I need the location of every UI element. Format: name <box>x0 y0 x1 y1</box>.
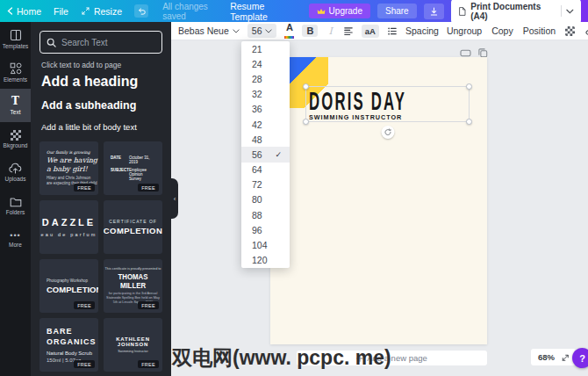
share-label: Share <box>385 6 409 16</box>
template-thumb-baby[interactable]: Our family is growing We are having a ba… <box>39 141 98 195</box>
thumb-text: Employee Opinion Survey <box>129 168 155 181</box>
font-size-option[interactable]: 96 <box>241 222 290 237</box>
text-align-button[interactable] <box>343 26 354 36</box>
templates-icon <box>10 29 22 41</box>
divider <box>561 5 562 17</box>
sidebar-item-uploads[interactable]: Uploads <box>0 155 31 189</box>
font-size-option[interactable]: 36 <box>241 102 290 117</box>
ungroup-button[interactable]: Ungroup <box>447 25 482 36</box>
thumb-text: October 31, 2019 <box>129 155 155 164</box>
uppercase-label: aA <box>365 26 376 36</box>
option-label: 64 <box>252 164 262 175</box>
sidebar-item-folders[interactable]: Folders <box>0 189 31 222</box>
thumb-text: eau de parfum <box>40 232 97 237</box>
sidebar-item-text[interactable]: T Text <box>0 89 31 122</box>
add-subheading-button[interactable]: Add a subheading <box>41 99 161 112</box>
align-left-icon <box>343 26 354 36</box>
font-size-option-selected[interactable]: 56✓ <box>241 147 290 162</box>
sidebar-item-label: More <box>9 242 22 248</box>
font-size-option[interactable]: 42 <box>241 117 290 132</box>
zoom-level: 68% <box>538 352 555 362</box>
font-size-option[interactable]: 104 <box>241 237 290 252</box>
resize-handle-bottom-right[interactable] <box>466 119 472 125</box>
share-button[interactable]: Share <box>377 4 417 18</box>
selected-text-element[interactable]: DORIS DAY SWIMMING INSTRUCTOR <box>305 86 470 122</box>
sidebar-item-label: Bkground <box>4 142 28 148</box>
list-button[interactable] <box>387 26 398 36</box>
download-button[interactable] <box>424 4 444 19</box>
search-box[interactable] <box>39 31 162 54</box>
template-thumb-completion[interactable]: Photography Workshop COMPLETION FREE <box>39 259 98 313</box>
sidebar-item-label: Folders <box>6 209 25 215</box>
resize-handle-bottom-left[interactable] <box>303 119 309 125</box>
sidebar-item-more[interactable]: ••• More <box>0 222 31 256</box>
font-size-option[interactable]: 32 <box>241 87 290 102</box>
print-button[interactable]: Print Documents (A4) <box>451 0 581 24</box>
font-size-select[interactable]: 56 <box>247 24 277 38</box>
font-size-option[interactable]: 64 <box>241 163 290 177</box>
bold-button[interactable]: B <box>302 25 318 37</box>
help-button[interactable]: ? <box>572 348 588 368</box>
template-thumb-kathleen[interactable]: KATHLEEN JOHNSON Swimming Instructor FRE… <box>104 318 162 372</box>
template-thumb-thomas[interactable]: This certificate is proudly presented to… <box>104 259 162 313</box>
font-family-select[interactable]: Bebas Neue <box>178 25 240 36</box>
search-icon <box>47 38 56 47</box>
font-size-option[interactable]: 24 <box>241 56 290 71</box>
font-size-option[interactable]: 72 <box>241 177 290 192</box>
template-thumb-dazzle[interactable]: DAZZLE eau de parfum <box>39 200 98 254</box>
transparency-button[interactable] <box>565 26 575 36</box>
option-label: 36 <box>252 104 262 114</box>
template-thumb-memo[interactable]: DATEOctober 31, 2019 SUBJECTEmployee Opi… <box>104 141 162 195</box>
font-size-option[interactable]: 120 <box>241 253 290 268</box>
page-notes-button[interactable] <box>460 48 471 58</box>
position-button[interactable]: Position <box>523 25 556 36</box>
option-label: 80 <box>252 194 262 205</box>
spacing-button[interactable]: Spacing <box>405 25 439 36</box>
free-badge: FREE <box>74 184 95 192</box>
font-size-option[interactable]: 21 <box>241 41 290 56</box>
sidebar-item-background[interactable]: Bkground <box>0 122 31 155</box>
resize-handle-top-left[interactable] <box>303 83 309 90</box>
link-button[interactable] <box>584 25 588 36</box>
design-page[interactable]: DORIS DAY SWIMMING INSTRUCTOR <box>270 57 487 344</box>
uppercase-button[interactable]: aA <box>362 25 379 38</box>
thumb-text: Our family is growing <box>47 150 98 155</box>
upgrade-button[interactable]: Upgrade <box>309 4 370 18</box>
template-thumb-bare-organics[interactable]: BARE ORGANICS Natural Body Scrub 150ml |… <box>39 318 98 372</box>
copy-button[interactable]: Copy <box>491 25 513 36</box>
link-icon <box>584 25 588 36</box>
free-badge: FREE <box>138 360 159 368</box>
option-label: 72 <box>252 179 262 190</box>
template-thumb-certificate[interactable]: CERTIFICATE OF COMPLETION <box>104 200 162 254</box>
font-size-option[interactable]: 28 <box>241 71 290 86</box>
italic-button[interactable]: I <box>326 25 334 38</box>
thumb-text: Swimming Instructor <box>118 350 147 353</box>
title-text[interactable]: DORIS DAY <box>309 88 408 114</box>
file-button[interactable]: File <box>54 6 68 17</box>
zoom-control[interactable]: 68% <box>531 349 576 365</box>
format-toolbar: Bebas Neue 56 A B I aA Spacing Ungroup C… <box>171 22 588 40</box>
resize-button[interactable]: Resize <box>81 6 122 17</box>
sidebar-item-label: Uploads <box>5 176 26 182</box>
text-color-button[interactable]: A <box>284 23 294 39</box>
undo-button[interactable] <box>134 4 148 18</box>
option-label: 21 <box>252 44 262 54</box>
thumb-text: COMPLETION <box>47 285 98 294</box>
sidebar-item-elements[interactable]: Elements <box>0 55 31 89</box>
option-label: 120 <box>252 255 268 265</box>
font-size-option[interactable]: 88 <box>241 207 290 222</box>
font-size-option[interactable]: 48 <box>241 132 290 147</box>
search-input[interactable] <box>61 38 155 47</box>
add-heading-button[interactable]: Add a heading <box>41 74 161 90</box>
font-family-value: Bebas Neue <box>178 25 229 36</box>
folders-icon <box>10 197 22 207</box>
add-body-text-button[interactable]: Add a little bit of body text <box>41 122 161 132</box>
sidebar-item-templates[interactable]: Templates <box>0 22 31 55</box>
rotate-handle[interactable] <box>381 126 394 139</box>
thumb-text: BARE ORGANICS <box>47 327 98 347</box>
panel-collapse-button[interactable]: ‹ <box>171 178 178 219</box>
resize-handle-top-right[interactable] <box>466 83 472 90</box>
subtitle-text[interactable]: SWIMMING INSTRUCTOR <box>309 113 453 121</box>
font-size-option[interactable]: 80 <box>241 192 290 207</box>
home-button[interactable]: Home <box>7 6 41 17</box>
